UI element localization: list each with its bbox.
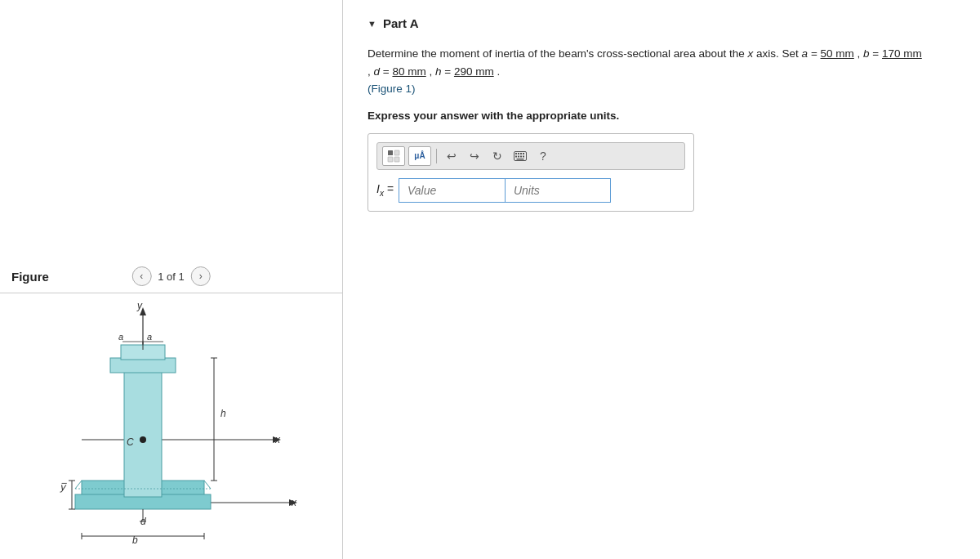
next-figure-button[interactable]: › <box>191 266 211 286</box>
svg-rect-46 <box>523 153 524 154</box>
svg-rect-39 <box>394 150 399 155</box>
refresh-button[interactable]: ↻ <box>488 146 507 166</box>
units-input[interactable] <box>505 178 611 203</box>
svg-rect-47 <box>515 155 517 157</box>
answer-toolbar: μÅ ↩ ↪ ↻ ? <box>376 142 685 170</box>
svg-text:y̅: y̅ <box>60 481 68 493</box>
x-subscript: x <box>380 189 384 198</box>
figure-svg: y x x <box>16 302 310 548</box>
right-panel: ▼ Part A Determine the moment of inertia… <box>343 0 980 559</box>
problem-line2: , d = 80 mm , h = 290 mm . <box>368 65 500 78</box>
part-title: Part A <box>383 16 419 30</box>
svg-text:h: h <box>220 408 226 419</box>
figure-area: y x x <box>16 302 334 559</box>
mu-button[interactable]: μÅ <box>408 146 431 166</box>
left-panel: Figure ‹ 1 of 1 › y x x <box>0 0 343 559</box>
figure-divider <box>0 293 342 293</box>
figure-nav: ‹ 1 of 1 › <box>131 266 211 286</box>
answer-label: Ix = <box>376 182 394 198</box>
svg-text:a: a <box>118 332 123 342</box>
svg-rect-38 <box>388 150 393 155</box>
prev-figure-button[interactable]: ‹ <box>131 266 151 286</box>
answer-box: μÅ ↩ ↪ ↻ ? <box>368 133 694 212</box>
figure-link[interactable]: (Figure 1) <box>368 83 416 95</box>
svg-rect-44 <box>518 153 519 154</box>
part-header: ▼ Part A <box>368 16 956 30</box>
svg-rect-41 <box>394 157 399 162</box>
figure-label: Figure <box>11 270 49 284</box>
svg-rect-49 <box>520 155 522 157</box>
svg-rect-50 <box>523 155 524 157</box>
problem-text: Determine the moment of inertia of the b… <box>368 45 956 98</box>
svg-rect-12 <box>110 358 176 373</box>
svg-rect-43 <box>515 153 517 154</box>
svg-rect-45 <box>520 153 522 154</box>
svg-point-17 <box>140 436 146 443</box>
redo-button[interactable]: ↪ <box>465 146 484 166</box>
svg-rect-40 <box>388 157 393 162</box>
help-button[interactable]: ? <box>533 146 553 166</box>
svg-text:x: x <box>291 497 297 508</box>
svg-text:x: x <box>274 434 281 445</box>
svg-rect-11 <box>124 366 162 497</box>
matrix-button[interactable] <box>382 146 405 166</box>
svg-line-14 <box>75 481 82 489</box>
problem-line1: Determine the moment of inertia of the b… <box>368 47 922 60</box>
svg-rect-51 <box>517 159 524 160</box>
keyboard-icon <box>514 151 527 161</box>
svg-text:a: a <box>147 332 152 342</box>
toolbar-separator <box>436 149 437 163</box>
svg-rect-48 <box>518 155 519 157</box>
figure-page-indicator: 1 of 1 <box>158 271 185 283</box>
collapse-arrow[interactable]: ▼ <box>368 19 376 29</box>
express-label: Express your answer with the appropriate… <box>368 110 956 122</box>
undo-button[interactable]: ↩ <box>442 146 461 166</box>
answer-input-row: Ix = <box>376 178 685 203</box>
matrix-icon <box>387 150 400 163</box>
value-input[interactable] <box>399 178 505 203</box>
svg-text:C: C <box>127 436 134 448</box>
svg-line-15 <box>204 481 211 489</box>
svg-text:y: y <box>136 302 143 311</box>
keyboard-button[interactable] <box>510 146 530 166</box>
